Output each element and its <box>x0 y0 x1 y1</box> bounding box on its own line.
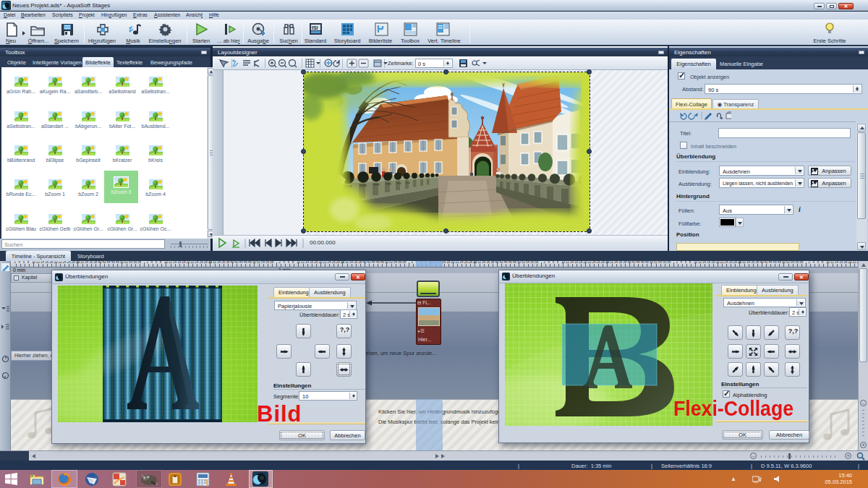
svg-text:a: a <box>720 116 723 120</box>
svg-text:ISI: ISI <box>312 25 318 30</box>
